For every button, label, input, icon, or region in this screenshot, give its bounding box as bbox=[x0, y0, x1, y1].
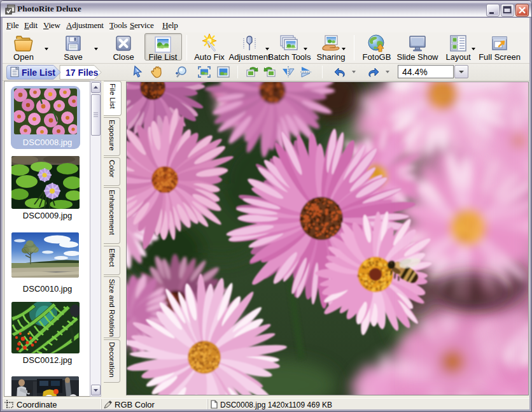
svg-text:17 Files: 17 Files bbox=[66, 67, 99, 78]
svg-text:File List: File List bbox=[22, 67, 55, 78]
